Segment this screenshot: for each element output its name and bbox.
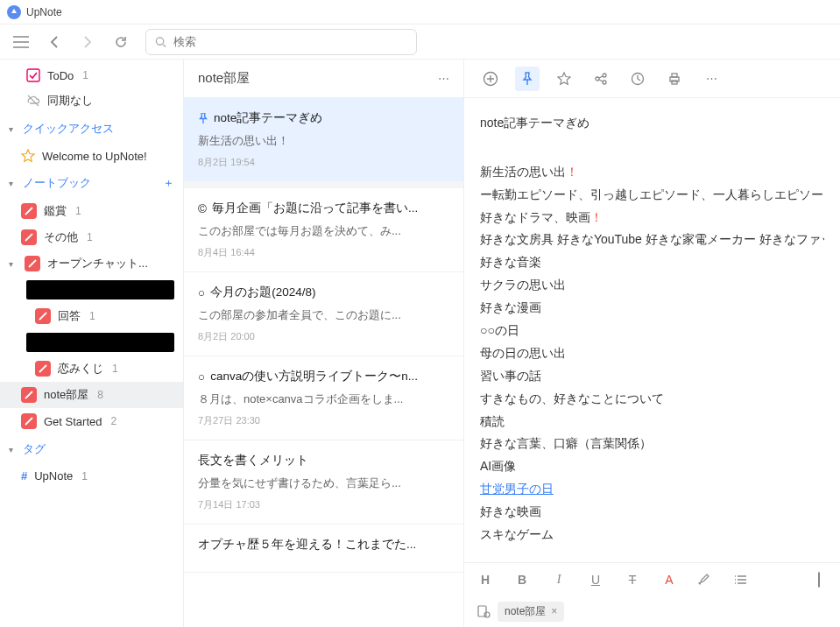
svg-point-4 [603, 74, 606, 77]
note-prefix-icon: © [198, 202, 207, 215]
titlebar: UpNote [0, 0, 840, 25]
sidebar-item-notebook[interactable]: その他 1 [0, 224, 183, 250]
sidebar-item-notebook[interactable]: Get Started 2 [0, 408, 183, 434]
notebook-tag-chip[interactable]: note部屋 × [498, 602, 564, 622]
print-button[interactable] [662, 67, 687, 91]
back-button[interactable] [42, 30, 67, 54]
highlight-button[interactable] [697, 573, 715, 587]
editor-line: 母の日の思い出 [480, 342, 824, 365]
square-icon [818, 572, 820, 588]
svg-point-11 [484, 612, 490, 617]
sidebar-item-label: UpNote [34, 469, 73, 483]
note-card-date: 8月4日 16:44 [198, 246, 449, 259]
reload-button[interactable] [109, 30, 133, 54]
remove-tag-button[interactable]: × [551, 605, 557, 617]
strike-button[interactable]: T [624, 573, 641, 587]
new-note-button[interactable] [478, 67, 503, 91]
heading-button[interactable]: H [476, 573, 494, 587]
sidebar-item-tag[interactable]: # UpNote 1 [0, 464, 183, 488]
note-card[interactable]: note記事テーマぎめ新生活の思い出！8月2日 19:54 [184, 98, 463, 188]
note-card-title: ©毎月企画「お題に沿って記事を書い... [198, 201, 449, 216]
pin-button[interactable] [515, 67, 540, 91]
sidebar-section-quick[interactable]: ▾ クイックアクセス [0, 114, 183, 144]
editor-line: スキなゲーム [480, 524, 824, 546]
sidebar-section-tags[interactable]: ▾ タグ [0, 434, 183, 464]
star-button[interactable] [552, 67, 576, 91]
sidebar-item-notebook-openchat[interactable]: ▾ オープンチャット... [0, 250, 183, 277]
bold-button[interactable]: B [513, 573, 531, 587]
more-button[interactable]: ⋯ [438, 72, 449, 85]
sidebar-item-label: 回答 [58, 308, 81, 324]
underline-button[interactable]: U [587, 573, 604, 587]
chevron-down-icon: ▾ [9, 259, 18, 269]
menu-button[interactable] [9, 30, 33, 54]
sidebar-item-todo[interactable]: ToDo 1 [0, 63, 183, 88]
sidebar-item-label: Welcome to UpNote! [42, 150, 147, 163]
search-input[interactable] [173, 35, 407, 48]
notebook-icon [35, 308, 51, 324]
editor-line: ー転勤エピソード、引っ越しエピソード、一人暮らしエピソード、ピソード、料理エピソ… [480, 184, 824, 207]
notebook-icon [21, 203, 37, 219]
star-icon [21, 149, 35, 163]
editor-link[interactable]: 甘党男子の日 [480, 482, 554, 496]
note-card-title: ○今月のお題(2024/8) [198, 285, 449, 300]
editor-line: 好きな漫画 [480, 297, 824, 320]
editor: ⋯ note記事テーマぎめ 新生活の思い出！ー転勤エピソード、引っ越しエピソード… [464, 60, 840, 627]
sidebar-item-label: Get Started [44, 415, 102, 428]
sidebar-item-label: オープンチャット... [47, 256, 148, 271]
add-notebook-button[interactable]: ＋ [163, 175, 174, 191]
notebook-icon [35, 361, 51, 377]
italic-button[interactable]: I [550, 573, 568, 587]
sidebar-item-notebook[interactable]: 回答 1 [0, 303, 183, 329]
sidebar-item-welcome[interactable]: Welcome to UpNote! [0, 144, 183, 168]
editor-toolbar: ⋯ [464, 60, 840, 98]
sidebar-item-label: note部屋 [44, 387, 88, 403]
sidebar-item-notebook[interactable]: 恋みくじ 1 [0, 356, 183, 382]
chevron-down-icon: ▾ [9, 124, 18, 134]
editor-content[interactable]: note記事テーマぎめ 新生活の思い出！ー転勤エピソード、引っ越しエピソード、一… [464, 98, 840, 562]
note-card[interactable]: ○今月のお題(2024/8)この部屋の参加者全員で、このお題に...8月2日 2… [184, 272, 463, 356]
sidebar-item-count: 1 [75, 205, 81, 217]
note-list-scroll[interactable]: note記事テーマぎめ新生活の思い出！8月2日 19:54©毎月企画「お題に沿っ… [184, 98, 463, 627]
text-color-button[interactable]: A [660, 573, 678, 587]
note-prefix-icon: ○ [198, 286, 205, 299]
sidebar-item-unsynced[interactable]: 同期なし [0, 88, 183, 114]
editor-more-button[interactable]: ⋯ [699, 67, 724, 91]
sidebar-item-notebook[interactable]: 鑑賞 1 [0, 198, 183, 224]
svg-rect-1 [27, 69, 39, 81]
note-card[interactable]: 長文を書くメリット分量を気にせず書けるため、言葉足ら...7月14日 17:03 [184, 440, 463, 525]
svg-point-5 [603, 81, 606, 84]
editor-line: すきなもの、好きなことについて [480, 388, 824, 411]
sidebar-item-count: 1 [82, 69, 88, 81]
note-card-preview: 分量を気にせず書けるため、言葉足ら... [198, 476, 449, 491]
svg-rect-10 [478, 606, 486, 616]
editor-line: 積読 [480, 411, 824, 433]
sidebar-item-count: 1 [112, 363, 118, 375]
note-card[interactable]: オプチャ歴５年を迎える！これまでた... [184, 525, 463, 573]
sidebar-item-count: 1 [89, 310, 95, 322]
note-list-header: note部屋 ⋯ [184, 60, 463, 98]
forward-button[interactable] [75, 30, 100, 54]
note-card-date: 7月14日 17:03 [198, 498, 449, 511]
checkbox-button[interactable] [810, 573, 828, 587]
note-card-preview: 新生活の思い出！ [198, 133, 449, 149]
sidebar-item-count: 1 [87, 231, 93, 243]
notebook-icon [25, 256, 40, 271]
editor-line: サクラの思い出 [480, 274, 824, 297]
editor-line: 好きな音楽 [480, 251, 824, 274]
sidebar-item-notebook-selected[interactable]: note部屋 8 [0, 382, 183, 408]
note-card-title: オプチャ歴５年を迎える！これまでた... [198, 537, 449, 553]
note-card-preview: ８月は、note×canvaコラボ企画をしま... [198, 391, 449, 407]
history-button[interactable] [625, 67, 650, 91]
editor-line: 好きな文房具 好きなYouTube 好きな家電メーカー 好きなファッション [480, 229, 824, 251]
list-button[interactable] [734, 574, 752, 585]
tag-label: note部屋 [505, 604, 546, 619]
search-box[interactable] [145, 29, 417, 55]
sidebar-section-notebooks[interactable]: ▾ ノートブック ＋ [0, 168, 183, 198]
svg-rect-8 [672, 74, 677, 77]
note-card[interactable]: ©毎月企画「お題に沿って記事を書い...このお部屋では毎月お題を決めて、み...… [184, 188, 463, 272]
note-card[interactable]: ○canvaの使い方説明ライブトーク〜n...８月は、note×canvaコラボ… [184, 356, 463, 440]
chevron-down-icon: ▾ [9, 445, 18, 454]
share-button[interactable] [589, 67, 613, 91]
format-toolbar: H B I U T A [464, 562, 840, 595]
